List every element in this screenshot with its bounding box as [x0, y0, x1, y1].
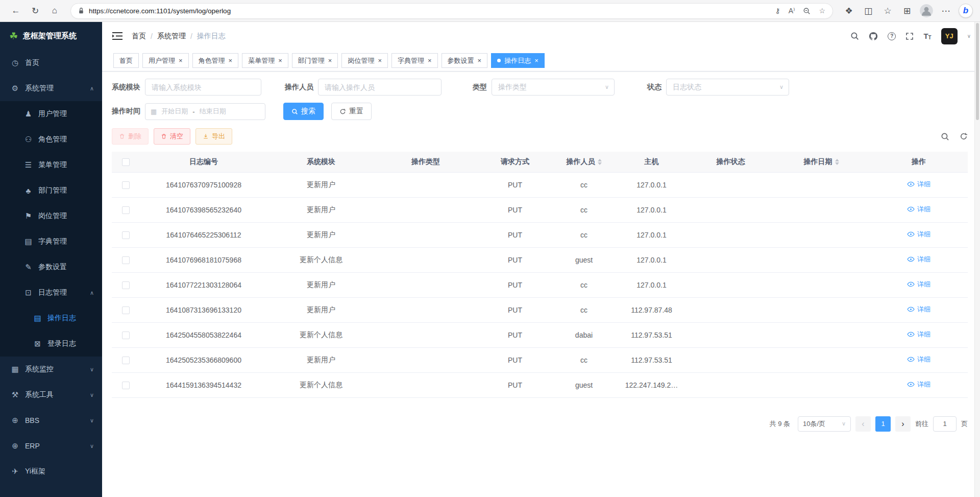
sort-icon[interactable] — [598, 159, 602, 165]
sidebar-item-operation-log[interactable]: ▤ 操作日志 — [0, 305, 102, 331]
read-aloud-icon[interactable]: A⁾ — [789, 7, 795, 15]
detail-link[interactable]: 详细 — [907, 305, 930, 314]
browser-menu-button[interactable]: ⋯ — [937, 3, 954, 19]
tab-dept-management[interactable]: 部门管理 × — [292, 53, 338, 68]
tab-role-management[interactable]: 角色管理 × — [192, 53, 239, 68]
detail-link[interactable]: 详细 — [907, 280, 930, 289]
sidebar-item-post-management[interactable]: ⚑ 岗位管理 — [0, 203, 102, 229]
reset-button[interactable]: 重置 — [331, 103, 372, 120]
detail-link[interactable]: 详细 — [907, 380, 930, 389]
breadcrumb-system-management[interactable]: 系统管理 — [157, 32, 186, 41]
window-scrollbar[interactable] — [974, 22, 980, 497]
status-select[interactable]: 日志状态 ∨ — [666, 79, 789, 96]
github-icon[interactable] — [869, 32, 878, 41]
browser-profile-avatar[interactable] — [920, 4, 933, 17]
close-icon[interactable]: × — [229, 57, 233, 64]
detail-link[interactable]: 详细 — [907, 355, 930, 364]
scrollbar-thumb[interactable] — [976, 23, 979, 120]
row-checkbox[interactable] — [122, 231, 130, 239]
row-checkbox[interactable] — [122, 256, 130, 264]
refresh-table-icon[interactable] — [960, 132, 968, 140]
row-checkbox[interactable] — [122, 281, 130, 289]
close-icon[interactable]: × — [328, 57, 332, 64]
favorites-add-icon[interactable]: ☆ — [819, 7, 825, 15]
sidebar-item-system-monitor[interactable]: ▦ 系统监控 ∨ — [0, 357, 102, 382]
close-icon[interactable]: × — [534, 57, 538, 64]
close-icon[interactable]: × — [428, 57, 432, 64]
font-size-icon[interactable]: TT — [923, 32, 931, 40]
browser-refresh-button[interactable]: ↻ — [27, 3, 44, 19]
start-date-placeholder[interactable]: 开始日期 — [161, 107, 188, 116]
col-date[interactable]: 操作日期 — [773, 152, 870, 172]
row-checkbox[interactable] — [122, 357, 130, 364]
date-range-picker[interactable]: ▦ 开始日期 - 结束日期 — [145, 103, 265, 120]
operator-input[interactable] — [318, 79, 442, 96]
sidebar-item-role-management[interactable]: ⚇ 角色管理 — [0, 127, 102, 152]
page-size-select[interactable]: 10条/页 ∨ — [798, 416, 851, 432]
sidebar-item-home[interactable]: ◷ 首页 — [0, 50, 102, 76]
close-icon[interactable]: × — [179, 57, 183, 64]
sidebar-item-bbs[interactable]: ⊕ BBS ∨ — [0, 408, 102, 433]
delete-button[interactable]: 删除 — [112, 128, 149, 145]
fullscreen-icon[interactable] — [905, 32, 914, 40]
row-checkbox[interactable] — [122, 181, 130, 189]
collections-icon[interactable]: ⊞ — [898, 3, 916, 19]
row-checkbox[interactable] — [122, 382, 130, 389]
detail-link[interactable]: 详细 — [907, 205, 930, 214]
user-avatar[interactable]: YJ — [941, 28, 958, 44]
row-checkbox[interactable] — [122, 306, 130, 314]
tab-operation-log[interactable]: 操作日志 × — [491, 53, 545, 68]
prev-page-button[interactable]: ‹ — [855, 416, 871, 432]
detail-link[interactable]: 详细 — [907, 230, 930, 239]
close-icon[interactable]: × — [278, 57, 282, 64]
sidebar-item-login-log[interactable]: ⊠ 登录日志 — [0, 331, 102, 357]
goto-page-input[interactable] — [933, 416, 957, 432]
sidebar-item-dept-management[interactable]: ♣ 部门管理 — [0, 178, 102, 203]
sidebar-item-system-management[interactable]: ⚙ 系统管理 ∧ — [0, 76, 102, 101]
address-bar[interactable]: https://ccnetcore.com:1101/system/log/op… — [70, 3, 833, 19]
sidebar-item-user-management[interactable]: ♟ 用户管理 — [0, 101, 102, 127]
col-operator[interactable]: 操作人员 — [553, 152, 615, 172]
select-all-checkbox[interactable] — [122, 158, 130, 166]
tab-post-management[interactable]: 岗位管理 × — [341, 53, 388, 68]
zoom-out-icon[interactable] — [803, 7, 811, 15]
tab-dict-management[interactable]: 字典管理 × — [391, 53, 438, 68]
close-icon[interactable]: × — [378, 57, 382, 64]
end-date-placeholder[interactable]: 结束日期 — [200, 107, 226, 116]
tab-home[interactable]: 首页 — [113, 53, 139, 68]
favorites-bar-icon[interactable]: ☆ — [879, 3, 896, 19]
split-screen-icon[interactable]: ◫ — [860, 3, 877, 19]
sidebar-item-erp[interactable]: ⊕ ERP ∨ — [0, 433, 102, 459]
sidebar-item-yi-framework[interactable]: ✈ Yi框架 — [0, 459, 102, 484]
clear-button[interactable]: 清空 — [154, 128, 190, 145]
type-select[interactable]: 操作类型 ∨ — [492, 79, 615, 96]
tab-user-management[interactable]: 用户管理 × — [142, 53, 189, 68]
row-checkbox[interactable] — [122, 206, 130, 214]
sort-icon[interactable] — [835, 159, 839, 165]
help-icon[interactable]: ? — [888, 32, 896, 40]
tab-param-settings[interactable]: 参数设置 × — [442, 53, 488, 68]
page-number-1[interactable]: 1 — [875, 416, 891, 432]
breadcrumb-home[interactable]: 首页 — [132, 32, 146, 41]
detail-link[interactable]: 详细 — [907, 330, 930, 339]
search-button[interactable]: 搜索 — [283, 103, 324, 120]
module-input[interactable] — [145, 79, 261, 96]
next-page-button[interactable]: › — [895, 416, 911, 432]
tab-menu-management[interactable]: 菜单管理 × — [242, 53, 288, 68]
close-icon[interactable]: × — [478, 57, 482, 64]
sidebar-item-dict-management[interactable]: ▤ 字典管理 — [0, 229, 102, 254]
row-checkbox[interactable] — [122, 332, 130, 339]
sidebar-item-menu-management[interactable]: ☰ 菜单管理 — [0, 152, 102, 178]
export-button[interactable]: 导出 — [195, 128, 232, 145]
bing-icon[interactable]: b — [959, 4, 973, 18]
detail-link[interactable]: 详细 — [907, 180, 930, 189]
sidebar-item-log-management[interactable]: ⊡ 日志管理 ∧ — [0, 280, 102, 305]
browser-back-button[interactable]: ← — [7, 3, 24, 19]
sidebar-toggle-icon[interactable] — [112, 32, 124, 41]
sidebar-item-param-settings[interactable]: ✎ 参数设置 — [0, 254, 102, 280]
url-text[interactable]: https://ccnetcore.com:1101/system/log/op… — [89, 7, 770, 15]
password-key-icon[interactable]: ⚷ — [775, 7, 780, 15]
toggle-search-icon[interactable] — [941, 132, 949, 141]
header-search-icon[interactable] — [850, 32, 859, 40]
detail-link[interactable]: 详细 — [907, 255, 930, 264]
